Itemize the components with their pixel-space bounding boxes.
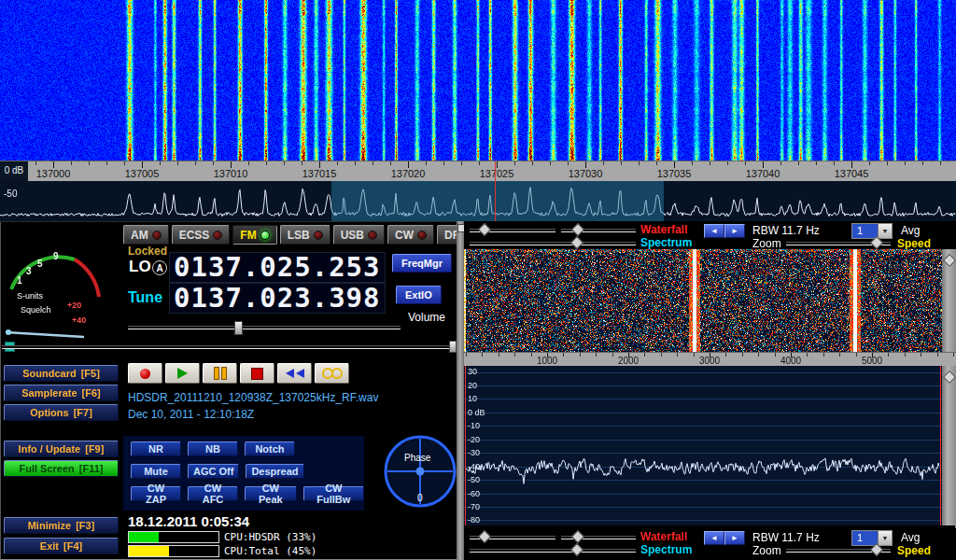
dsp-panel: NR NB Notch Mute AGC Off Despread CW ZAP… [123,436,364,511]
spectrum-range-thumb[interactable] [570,236,583,249]
play-button[interactable] [165,363,200,384]
af-gain-slider[interactable] [2,345,456,349]
samplerate-button[interactable]: Samplerate[F6] [4,385,119,401]
tune-label: Tune [128,289,162,306]
lock-badge-icon[interactable]: A [152,260,167,275]
avg-dropdown[interactable]: 1 ▼ [851,223,893,239]
spectrum-range-thumb[interactable] [570,543,583,556]
freqmgr-button[interactable]: FreqMgr [392,254,452,273]
phase-center-dot [416,468,425,476]
spectrum-toggle[interactable]: Spectrum [640,236,692,249]
soundcard-button[interactable]: Soundcard[F5] [4,365,119,382]
tune-frequency-display[interactable]: 0137.023.398 [169,283,386,314]
dropdown-arrow-icon[interactable]: ▼ [878,531,892,545]
notch-button[interactable]: Notch [245,441,295,456]
rf-waterfall[interactable] [464,249,942,352]
volume-slider-thumb[interactable] [234,321,243,335]
zoom-selection-overlay [331,181,664,221]
loop-button[interactable] [315,363,349,384]
af-gain-slider-thumb[interactable] [449,341,457,353]
options-button[interactable]: Options[F7] [4,404,119,421]
mute-button[interactable]: Mute [131,464,181,479]
spectrum-range-slider[interactable] [470,549,636,553]
main-spectrum-panel[interactable]: -50 [0,181,956,222]
scrollbar-handle[interactable] [943,371,956,384]
shift-left-button[interactable]: ◄ [704,531,724,545]
waterfall-toggle[interactable]: Waterfall [640,223,687,236]
nr-button[interactable]: NR [131,441,181,456]
freq-label: 137020 [380,168,436,179]
pause-icon [221,367,227,380]
cw-zap-button[interactable]: CW ZAP [131,486,181,501]
button-label: Options [30,407,69,418]
exit-button[interactable]: Exit[F4] [4,538,119,554]
extio-button[interactable]: ExtIO [396,286,442,304]
mode-am[interactable]: AM [123,225,169,245]
dropdown-arrow-icon[interactable]: ▼ [878,224,892,238]
pause-icon [214,367,219,380]
rewind-icon [286,369,294,378]
mode-led-icon [368,231,377,240]
button-hotkey: [F5] [81,368,100,379]
af-spectrum[interactable] [464,366,942,525]
left-arrow-icon: ◄ [710,227,718,235]
scale-tick [408,161,409,168]
shift-right-button[interactable]: ► [724,224,745,238]
mode-usb[interactable]: USB [333,225,385,245]
fullscreen-button[interactable]: Full Screen[F11] [4,460,119,477]
button-hotkey: [F11] [79,463,104,474]
db-mid-label: -50 [4,189,17,199]
rf-scale-label: 3000 [686,356,733,366]
locked-indicator[interactable]: Locked [128,245,167,258]
waterfall-toggle[interactable]: Waterfall [640,530,687,543]
waterfall-right-scrollbar[interactable] [942,249,956,352]
scrollbar-handle[interactable] [943,254,956,267]
rewind-button[interactable] [277,363,312,384]
scale-tick [142,161,143,168]
brightness-slider-thumb[interactable] [478,223,491,236]
spectrum-range-slider[interactable] [470,242,636,245]
cpu-hdsdr-label: CPU:HDSDR (33%) [224,531,316,543]
main-waterfall[interactable] [0,0,956,161]
db-scale-label: 20 [468,381,477,390]
agc-button[interactable]: AGC Off [188,464,239,479]
spectrum-right-scrollbar[interactable] [942,366,956,525]
frequency-scale[interactable]: 137000 137005 137010 137015 137020 13702… [0,161,956,182]
freq-label: 137045 [823,168,879,179]
cw-fullbw-button[interactable]: CW FullBw [303,486,364,501]
record-button[interactable] [128,363,162,384]
mode-lsb[interactable]: LSB [280,225,330,245]
avg-dropdown[interactable]: 1 ▼ [851,530,893,546]
spectrum-toggle[interactable]: Spectrum [640,543,692,556]
mode-cw[interactable]: CW [387,225,434,245]
shift-right-button[interactable]: ► [724,531,745,545]
contrast-slider-thumb[interactable] [571,530,584,543]
volume-slider[interactable] [128,326,401,329]
scale-tick [851,161,852,168]
pause-button[interactable] [203,363,237,384]
brightness-slider-thumb[interactable] [478,530,491,543]
info-update-button[interactable]: Info / Update[F9] [4,441,119,457]
lo-frequency-display[interactable]: 0137.025.253 [169,252,386,283]
smeter-needle [6,332,84,337]
stop-button[interactable] [240,363,274,384]
minimize-button[interactable]: Minimize[F3] [4,517,119,534]
rbw-readout[interactable]: RBW 11.7 Hz [752,224,820,237]
contrast-slider-thumb[interactable] [571,223,584,236]
panel-splitter[interactable] [457,221,464,560]
cw-peak-button[interactable]: CW Peak [245,486,297,501]
shift-left-button[interactable]: ◄ [704,224,724,238]
af-spectrum-panel[interactable]: 30 20 10 0 dB -10 -20 -30 -40 -50 -60 -7… [464,366,942,525]
phase-zero-label: 0 [417,493,423,503]
cw-afc-button[interactable]: CW AFC [188,486,238,501]
db-zero-label: 0 dB [5,165,24,175]
squelch-label[interactable]: Squelch [21,305,51,315]
mode-ecss[interactable]: ECSS [172,225,231,245]
despread-button[interactable]: Despread [246,464,303,479]
nb-button[interactable]: NB [188,441,238,456]
mode-fm[interactable]: FM [232,225,276,245]
db-scale-label: -60 [468,489,480,498]
button-label: Info / Update [19,443,81,455]
rbw-readout[interactable]: RBW 11.7 Hz [752,531,820,544]
db-scale-label: 10 [468,394,477,403]
